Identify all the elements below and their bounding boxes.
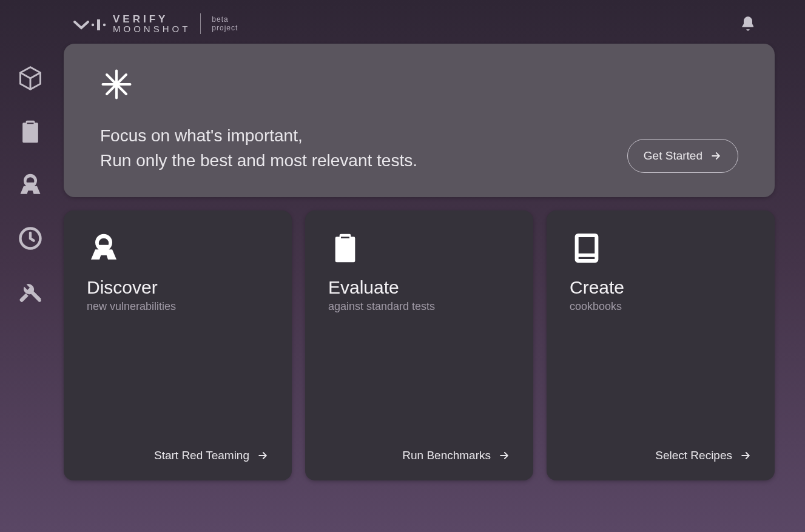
card-discover: Discover new vulnerabilities Start Red T…	[64, 210, 292, 480]
arrow-right-icon	[710, 150, 722, 162]
main: Focus on what's important, Run only the …	[64, 44, 775, 480]
svg-rect-1	[97, 19, 100, 30]
card-evaluate: Evaluate against standard tests Run Benc…	[305, 210, 533, 480]
clipboard-checklist-icon[interactable]	[16, 117, 45, 146]
svg-rect-4	[577, 235, 597, 261]
clipboard-checklist-icon	[328, 231, 510, 265]
card-subtitle: against standard tests	[328, 300, 510, 313]
sparkle-icon	[100, 68, 417, 103]
hero-line-2: Run only the best and most relevant test…	[100, 149, 417, 173]
card-subtitle: cookbooks	[570, 300, 752, 313]
hero-line-1: Focus on what's important,	[100, 124, 417, 149]
hero-card: Focus on what's important, Run only the …	[64, 44, 775, 197]
logo-text: VERIFY MOONSHOT	[113, 14, 190, 33]
sidebar	[0, 58, 61, 306]
arrow-right-icon	[739, 450, 752, 462]
astronaut-icon[interactable]	[16, 170, 45, 200]
logo-mark-icon	[73, 15, 107, 33]
arrow-right-icon	[257, 450, 269, 462]
card-title: Discover	[87, 277, 269, 298]
card-title: Evaluate	[328, 277, 510, 298]
cards-row: Discover new vulnerabilities Start Red T…	[64, 210, 775, 480]
card-title: Create	[570, 277, 752, 298]
logo-line-2: MOONSHOT	[113, 24, 190, 33]
header: VERIFY MOONSHOT beta project	[0, 0, 805, 44]
logo[interactable]: VERIFY MOONSHOT beta project	[73, 13, 238, 34]
card-create: Create cookbooks Select Recipes	[547, 210, 775, 480]
card-subtitle: new vulnerabilities	[87, 300, 269, 313]
book-icon	[570, 231, 752, 265]
astronaut-icon	[87, 231, 269, 265]
divider	[200, 13, 201, 34]
svg-point-2	[103, 24, 106, 26]
cube-icon[interactable]	[16, 64, 45, 93]
svg-point-0	[92, 24, 94, 26]
notifications-icon[interactable]	[739, 15, 756, 32]
arrow-right-icon	[498, 450, 510, 462]
tools-icon[interactable]	[16, 277, 45, 306]
hero-text: Focus on what's important, Run only the …	[100, 124, 417, 173]
logo-line-1: VERIFY	[113, 14, 190, 24]
get-started-button[interactable]: Get Started	[627, 139, 738, 173]
history-icon[interactable]	[16, 224, 45, 253]
select-recipes-link[interactable]: Select Recipes	[655, 449, 752, 462]
run-benchmarks-link[interactable]: Run Benchmarks	[402, 449, 510, 462]
start-red-teaming-link[interactable]: Start Red Teaming	[154, 449, 269, 462]
beta-badge: beta project	[212, 15, 238, 33]
